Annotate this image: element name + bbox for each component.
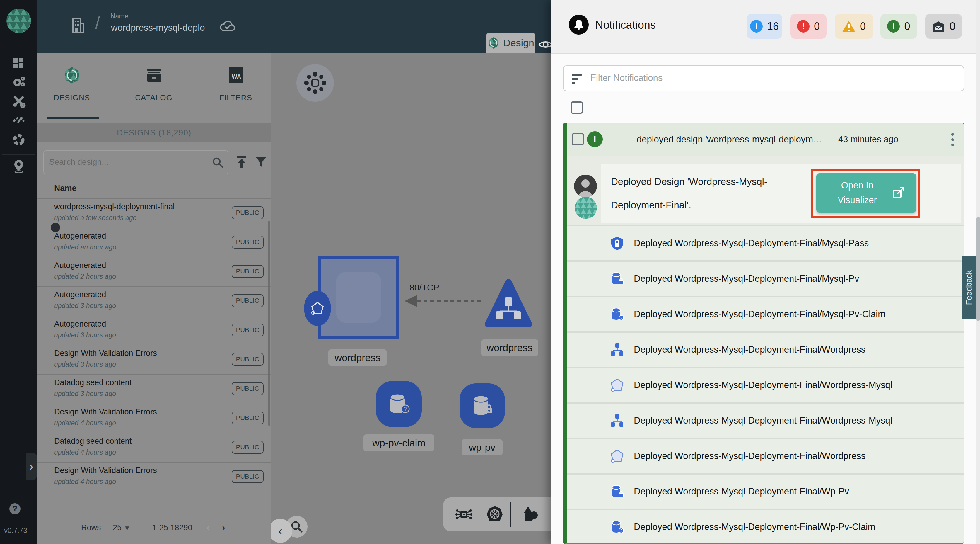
node-wordpress-service[interactable] — [318, 255, 399, 339]
visibility-badge: PUBLIC — [232, 441, 264, 454]
filter-funnel-icon[interactable] — [254, 155, 268, 169]
kubernetes-icon[interactable] — [485, 505, 504, 523]
page-scrollbar-thumb[interactable] — [977, 217, 980, 321]
persistent-volume-icon — [610, 484, 624, 499]
tab-designs[interactable]: DESIGNS — [38, 53, 105, 123]
deployed-item-row[interactable]: ? Deployed Wordpress-Mysql-Deployment-Fi… — [567, 510, 964, 544]
column-header-name: Name — [54, 183, 76, 193]
deployed-item-row[interactable]: Deployed Wordpress-Mysql-Deployment-Fina… — [567, 262, 964, 296]
notification-summary: deployed design 'wordpress-mysql-deploym… — [637, 134, 822, 145]
visibility-badge: PUBLIC — [232, 470, 264, 483]
designs-drawer: DESIGNS CATALOG WA FILTERS DESIGNS (18,2… — [37, 53, 271, 544]
select-all-checkbox[interactable] — [571, 101, 583, 114]
tab-catalog[interactable]: CATALOG — [120, 53, 188, 123]
drawer-collapse-button[interactable]: ‹ — [268, 519, 292, 543]
node-label-wp-pv-claim: wp-pv-claim — [363, 434, 434, 451]
persistent-volume-claim-icon: ? — [610, 520, 624, 534]
panel-title: Notifications — [595, 19, 656, 31]
sidebar-divider — [2, 155, 35, 155]
service-pentagon-icon — [610, 378, 624, 392]
node-wp-pv-claim[interactable]: ? — [376, 381, 422, 427]
persistent-volume-claim-icon: ? — [610, 307, 624, 322]
organization-avatar — [574, 197, 597, 219]
upload-design-icon[interactable] — [235, 155, 249, 169]
location-pin-icon[interactable] — [12, 159, 26, 173]
help-icon[interactable]: ? — [10, 503, 21, 514]
page-range: 1-25 18290 — [152, 523, 192, 532]
organization-building-icon[interactable] — [69, 16, 87, 35]
rows-per-page-select[interactable]: 25 — [113, 523, 121, 532]
design-row[interactable]: Autogenerated updated 2 hours ago PUBLIC — [37, 257, 271, 286]
notification-time: 43 minutes ago — [838, 134, 898, 144]
chip-info-count[interactable]: i 16 — [746, 14, 782, 39]
meshery-logo[interactable] — [6, 8, 31, 34]
deployed-item-row[interactable]: Deployed Wordpress-Mysql-Deployment-Fina… — [567, 404, 964, 438]
chip-error-count[interactable]: ! 0 — [790, 14, 827, 39]
circuit-chip-icon[interactable] — [455, 506, 473, 523]
design-row[interactable]: Design With Validation Errors updated 3 … — [37, 345, 271, 374]
visibility-badge: PUBLIC — [232, 382, 264, 395]
lifecycle-gears-icon[interactable] — [12, 75, 26, 89]
persistent-volume-icon — [610, 271, 624, 286]
chip-read-count[interactable]: 0 — [925, 14, 962, 39]
deployed-item-row[interactable]: Deployed Wordpress-Mysql-Deployment-Fina… — [567, 439, 964, 473]
avatar — [51, 223, 60, 232]
feedback-tab[interactable]: Feedback — [961, 255, 977, 319]
design-search-box — [43, 150, 229, 174]
error-circle-icon: ! — [797, 20, 810, 32]
deployed-item-row[interactable]: ? Deployed Wordpress-Mysql-Deployment-Fi… — [567, 297, 964, 331]
search-input[interactable] — [49, 153, 208, 171]
design-row[interactable]: wordpress-mysql-deployment-final updated… — [37, 198, 271, 228]
breadcrumb-separator: / — [95, 13, 100, 32]
persistent-volume-claim-icon: ? — [384, 389, 414, 419]
deployed-item-row[interactable]: Deployed Wordpress-Mysql-Deployment-Fina… — [567, 475, 964, 509]
chip-success-count[interactable]: i 0 — [880, 14, 917, 39]
performance-speedometer-icon[interactable] — [12, 112, 26, 126]
filter-notifications-input[interactable] — [590, 69, 942, 87]
design-row[interactable]: Autogenerated updated an hour ago PUBLIC — [37, 228, 271, 257]
edge-dashed-line[interactable] — [417, 300, 483, 302]
chip-warning-count[interactable]: 0 — [835, 14, 873, 39]
design-row[interactable]: Design With Validation Errors updated 4 … — [37, 462, 271, 491]
notification-checkbox[interactable] — [572, 133, 584, 145]
sidebar-divider — [2, 180, 35, 180]
mode-tab-design[interactable]: Design — [486, 33, 535, 53]
kebab-menu-icon[interactable] — [947, 131, 958, 148]
design-canvas[interactable]: wordpress 80/TCP wordpress ? — [271, 53, 551, 544]
persistent-volume-icon — [468, 391, 497, 421]
list-scrollbar[interactable] — [268, 221, 270, 426]
prev-page-button[interactable]: ‹ — [207, 522, 210, 534]
envelope-icon — [932, 21, 945, 32]
caret-down-icon[interactable]: ▾ — [125, 523, 129, 533]
canvas-dock — [443, 498, 551, 531]
node-label-wordpress-service: wordpress — [328, 349, 387, 366]
design-row[interactable]: Datadog seed content updated 3 hours ago… — [37, 374, 271, 404]
design-row[interactable]: Autogenerated updated 3 hours ago PUBLIC — [37, 316, 271, 345]
node-wordpress-deployment[interactable] — [483, 277, 534, 330]
meshery-app: › ? v0.7.73 / Name Design — [0, 0, 980, 544]
dashboard-icon[interactable] — [12, 57, 26, 71]
extensions-donut-icon[interactable] — [12, 133, 26, 147]
search-icon[interactable] — [212, 156, 224, 169]
expand-chevron-icon: › — [29, 460, 33, 473]
svg-text:?: ? — [620, 316, 622, 320]
deployed-items-list: Deployed Wordpress-Mysql-Deployment-Fina… — [567, 225, 964, 544]
shapes-icon[interactable] — [521, 505, 539, 523]
design-name-input[interactable] — [110, 22, 210, 34]
configuration-tools-icon[interactable] — [12, 94, 26, 108]
node-wp-pv[interactable] — [460, 383, 505, 428]
design-row[interactable]: Datadog seed content updated 4 hours ago… — [37, 433, 271, 462]
active-tab-underline — [47, 116, 99, 119]
sidebar-expand-button[interactable]: › — [26, 453, 37, 480]
deployed-item-row[interactable]: Deployed Wordpress-Mysql-Deployment-Fina… — [567, 333, 964, 367]
notification-card-header[interactable]: i deployed design 'wordpress-mysql-deplo… — [567, 123, 964, 156]
tab-filters[interactable]: WA FILTERS — [202, 53, 269, 123]
design-row[interactable]: Design With Validation Errors updated 4 … — [37, 404, 271, 433]
next-page-button[interactable]: › — [222, 522, 225, 534]
top-header: / Name Design — [37, 0, 550, 53]
design-row[interactable]: Autogenerated updated 3 hours ago PUBLIC — [37, 286, 271, 316]
service-pentagon-badge-icon[interactable] — [304, 291, 331, 326]
deployed-item-row[interactable]: Deployed Wordpress-Mysql-Deployment-Fina… — [567, 368, 964, 402]
deployed-item-row[interactable]: Deployed Wordpress-Mysql-Deployment-Fina… — [567, 226, 964, 260]
canvas-cluster-button[interactable] — [296, 64, 334, 102]
